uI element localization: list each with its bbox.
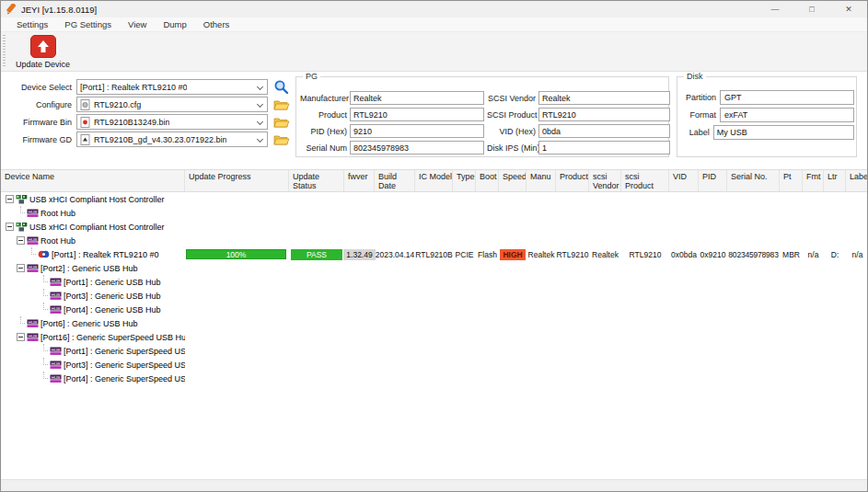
col-vid[interactable]: VID — [669, 170, 699, 191]
serial-num-field[interactable] — [350, 141, 484, 154]
update-arrow-icon — [30, 35, 56, 58]
update-device-label: Update Device — [16, 60, 70, 69]
tree-collapse-toggle[interactable] — [17, 264, 25, 272]
disk-ips-field[interactable] — [538, 141, 670, 154]
pid-hex-field[interactable] — [350, 124, 484, 138]
progress-bar: 100% — [186, 249, 286, 259]
menu-dump[interactable]: Dump — [155, 19, 194, 29]
col-manu[interactable]: Manu — [527, 170, 556, 191]
browse-firmware-bin-button[interactable] — [272, 114, 290, 130]
search-device-button[interactable] — [272, 79, 290, 95]
col-product[interactable]: Product — [556, 170, 589, 191]
toolbar-gripper[interactable] — [3, 35, 6, 68]
col-speed[interactable]: Speed — [499, 170, 527, 191]
usb-hub-icon: HUB — [50, 277, 62, 287]
table-row[interactable]: HUB [Port2] : Generic USB Hub — [1, 261, 868, 275]
table-row[interactable]: USB xHCI Compliant Host Controller — [1, 220, 868, 234]
tree-connector — [40, 358, 48, 372]
maximize-button[interactable]: □ — [793, 1, 830, 17]
firmware-gd-combobox[interactable]: RTL9210B_gd_v4.30.23.071922.bin — [76, 132, 268, 147]
col-label[interactable]: Label — [846, 170, 868, 191]
table-row[interactable]: HUB [Port1] : Generic USB Hub — [1, 275, 868, 289]
partition-combobox[interactable]: GPT — [720, 90, 854, 105]
folder-open-icon — [273, 116, 290, 129]
scsi-product-label: SCSI Product — [487, 110, 536, 120]
col-serial-no[interactable]: Serial No. — [727, 170, 780, 191]
table-row[interactable]: HUB [Port6] : Generic USB Hub — [1, 316, 868, 330]
table-row[interactable]: HUB [Port3] : Generic USB Hub — [1, 289, 868, 303]
volume-label-label: Label — [681, 128, 713, 137]
table-row[interactable]: HUB Root Hub — [1, 206, 868, 220]
scsi-vendor-label: SCSI Vendor — [487, 94, 536, 103]
col-update-progress[interactable]: Update Progress — [185, 170, 289, 191]
cfg-file-icon — [80, 99, 90, 110]
tree-connector — [40, 344, 48, 358]
scsi-product-field[interactable] — [538, 108, 670, 121]
tree-connector — [17, 316, 25, 330]
col-pt[interactable]: Pt — [780, 170, 803, 191]
toolbar: Update Device — [1, 32, 867, 72]
col-scsi-vendor[interactable]: scsi Vendor — [589, 170, 621, 191]
firmware-bin-combobox[interactable]: RTL9210B13249.bin — [76, 114, 268, 130]
volume-label-field[interactable] — [713, 125, 854, 140]
table-row[interactable]: HUB [Port3] : Generic SuperSpeed USB Hub — [1, 358, 868, 372]
pt-cell: MBR — [780, 247, 803, 261]
col-fwver[interactable]: fwver — [344, 170, 375, 191]
tree-collapse-toggle[interactable] — [6, 223, 14, 231]
tree-collapse-toggle[interactable] — [6, 195, 14, 203]
firmware-bin-label: Firmware Bin — [3, 118, 76, 127]
scsi-vendor-field[interactable] — [538, 91, 670, 105]
col-device-name[interactable]: Device Name — [1, 170, 185, 191]
tree-collapse-toggle[interactable] — [17, 333, 25, 341]
usb-hub-icon: HUB — [50, 360, 62, 370]
table-row[interactable]: HUB [Port16] : Generic SuperSpeed USB Hu… — [1, 330, 868, 344]
device-select-combobox[interactable]: [Port1] : Realtek RTL9210 #0 — [76, 79, 268, 95]
table-row[interactable]: HUB Root Hub — [1, 234, 868, 247]
menu-bar: Settings PG Settings View Dump Others — [1, 17, 867, 32]
usb-device-icon — [38, 249, 50, 259]
table-row[interactable]: HUB [Port4] : Generic SuperSpeed USB Hub — [1, 372, 868, 385]
update-device-button[interactable]: Update Device — [12, 34, 74, 70]
menu-pg-settings[interactable]: PG Settings — [56, 19, 120, 29]
close-button[interactable]: ✕ — [830, 1, 867, 17]
vid-hex-label: VID (Hex) — [487, 127, 536, 136]
pg-groupbox-title: PG — [303, 72, 320, 81]
menu-others[interactable]: Others — [195, 19, 238, 29]
bin-file-icon — [80, 117, 90, 128]
vid-hex-field[interactable] — [538, 124, 670, 138]
col-update-status[interactable]: Update Status — [289, 170, 344, 191]
svg-text:HUB: HUB — [52, 306, 60, 311]
browse-firmware-gd-button[interactable] — [272, 132, 290, 147]
col-pid[interactable]: PID — [699, 170, 727, 191]
col-ltr[interactable]: Ltr — [824, 170, 846, 191]
svg-text:HUB: HUB — [29, 320, 37, 325]
svg-text:HUB: HUB — [52, 361, 60, 366]
col-fmt[interactable]: Fmt — [803, 170, 824, 191]
col-boot[interactable]: Boot — [476, 170, 499, 191]
format-label: Format — [681, 110, 720, 120]
table-row[interactable]: USB xHCI Compliant Host Controller — [1, 192, 868, 206]
format-combobox[interactable]: exFAT — [720, 108, 854, 122]
pg-groupbox: PG Manufacturer SCSI Vendor Product SCSI… — [295, 76, 669, 157]
col-type[interactable]: Type — [453, 170, 476, 191]
table-row[interactable]: HUB [Port4] : Generic USB Hub — [1, 303, 868, 316]
menu-settings[interactable]: Settings — [8, 19, 56, 29]
usb-hub-icon: HUB — [50, 304, 62, 315]
col-scsi-product[interactable]: scsi Product — [621, 170, 669, 191]
status-badge: PASS — [291, 249, 342, 260]
browse-configure-button[interactable] — [272, 97, 290, 112]
col-build-date[interactable]: Build Date — [375, 170, 415, 191]
configure-combobox[interactable]: RTL9210.cfg — [76, 97, 268, 112]
manufacturer-field[interactable] — [350, 91, 484, 105]
minimize-button[interactable]: — — [757, 1, 793, 17]
product-field[interactable] — [350, 108, 484, 121]
col-ic-model[interactable]: IC Model — [415, 170, 453, 191]
disk-ips-label: Disk IPS (Min) — [487, 143, 536, 153]
table-row[interactable]: HUB [Port1] : Generic SuperSpeed USB Hub — [1, 344, 868, 358]
table-row-realtek-device[interactable]: [Port1] : Realtek RTL9210 #0 100% PASS 1… — [1, 247, 868, 261]
usb-controller-icon — [16, 194, 28, 204]
tree-connector — [17, 206, 25, 220]
menu-view[interactable]: View — [120, 19, 155, 29]
tree-collapse-toggle[interactable] — [17, 236, 25, 245]
partition-label: Partition — [681, 93, 720, 102]
